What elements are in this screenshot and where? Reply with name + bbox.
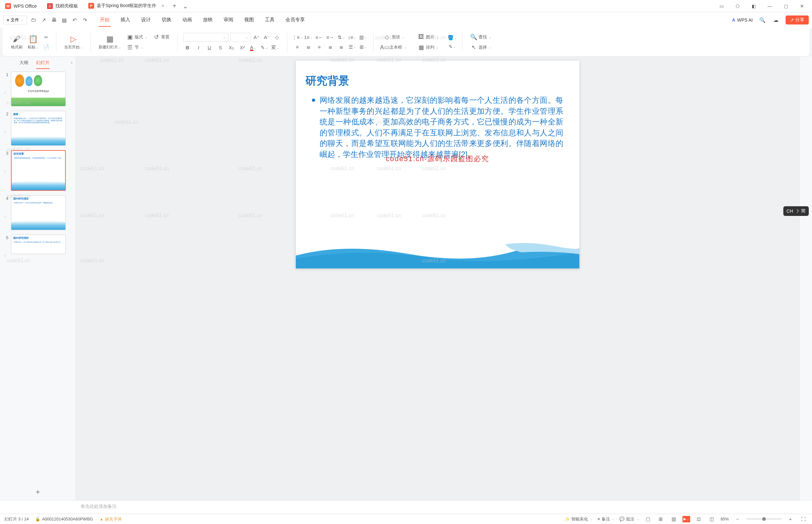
align-justify-icon[interactable]: ≣ [326, 43, 334, 51]
thumbnail-4[interactable]: 国内研究现状 在现代社会中，学生作业管理已经成为一项重要的任务... [11, 195, 66, 230]
align-center-icon[interactable]: ≣ [304, 43, 313, 51]
zoom-slider[interactable] [746, 519, 782, 520]
align-left-icon[interactable]: ≡ [293, 43, 302, 51]
normal-view-icon[interactable]: ▢ [644, 515, 652, 523]
tab-insert[interactable]: 插入 [119, 14, 131, 27]
ime-indicator[interactable]: CH ☽ 简 [783, 206, 809, 216]
qa-print-icon[interactable]: 🖶 [50, 16, 58, 24]
underline-icon[interactable]: U [205, 44, 214, 52]
comments-toggle[interactable]: 💬 批注⌄ [619, 516, 639, 522]
find-button[interactable]: 🔍 查找⌄ [468, 33, 493, 42]
smartart-icon[interactable]: ⊞⌄ [359, 43, 367, 51]
superscript-icon[interactable]: X² [238, 44, 247, 52]
cut-icon[interactable]: ✂ [42, 33, 50, 41]
qa-redo-icon[interactable]: ↷ [81, 16, 89, 24]
star-icon[interactable]: ☆ [3, 169, 8, 174]
italic-icon[interactable]: I [194, 44, 203, 52]
zoom-in-icon[interactable]: + [786, 515, 795, 523]
columns-icon[interactable]: ▥⌄ [359, 33, 367, 41]
slides-tab[interactable]: 幻灯片 [36, 60, 50, 69]
picture-button[interactable]: 🖼 图片⌄ [416, 33, 441, 42]
tab-tools[interactable]: 工具 [264, 14, 276, 27]
clear-format-icon[interactable]: ◇ [273, 33, 281, 41]
thumbnails-list[interactable]: 1 ☆ 学生作业管理系统ppt 指导老师： 2 ☆ 摘要 [0, 69, 76, 484]
increase-indent-icon[interactable]: ≡→ [326, 33, 334, 41]
qa-open-icon[interactable]: 🗀 [30, 16, 37, 24]
grid-view-icon[interactable]: ⊡ [695, 515, 703, 523]
slide-title[interactable]: 研究背景 [296, 61, 579, 95]
file-menu-button[interactable]: ≡ 文件 ⌄ [3, 15, 27, 24]
notes-toggle[interactable]: ≡ 备注⌄ [597, 516, 615, 522]
qa-export-icon[interactable]: ↗ [40, 16, 48, 24]
smart-beautify-button[interactable]: ✨ 智能美化⌄ [565, 516, 593, 522]
wps-ai-button[interactable]: A WPS AI [732, 17, 753, 22]
fill-color-icon[interactable]: 🪣⌄ [448, 34, 456, 42]
tab-start[interactable]: 开始 [99, 14, 111, 27]
cloud-icon[interactable]: ☁ [772, 16, 780, 24]
collapse-panel-icon[interactable]: ‹ [71, 60, 72, 65]
tab-animation[interactable]: 动画 [181, 14, 193, 27]
section-button[interactable]: ☰ 节⌄ [125, 43, 150, 52]
arrange-button[interactable]: ▦ 排列⌄ [416, 43, 441, 52]
fit-window-icon[interactable]: ⛶ [799, 515, 808, 523]
tab-dropdown-button[interactable]: ⌄ [180, 2, 192, 10]
slide-body[interactable]: 网络发展的越来越迅速，它深刻的影响着每一个人生活的各个方面。每一种新型事务的兴起… [296, 95, 579, 160]
line-spacing-icon[interactable]: ↕≡⌄ [348, 33, 357, 41]
align-right-icon[interactable]: ≡ [315, 43, 324, 51]
highlight-icon[interactable]: ✎⌄ [260, 44, 268, 52]
thumb-row[interactable]: 2 ☆ 摘要： 快速发展的社会中，人们的生活水平都在提高，生活节奏也在逐渐加快。… [3, 111, 72, 146]
search-icon[interactable]: 🔍 [759, 16, 766, 24]
share-button[interactable]: ↗ 分享 [785, 15, 809, 24]
format-painter-button[interactable]: 🖌 格式刷 [9, 33, 24, 51]
thumbnail-3[interactable]: 研究背景 网络发展的越来越迅速，它深刻的影响着每一个人生活的各个方面... [11, 150, 66, 191]
qa-undo-icon[interactable]: ↶ [71, 16, 79, 24]
layout-button[interactable]: ▣ 版式⌄ [125, 33, 150, 42]
tab-transition[interactable]: 切换 [161, 14, 173, 27]
star-icon[interactable]: ☆ [3, 91, 8, 95]
thumb-row[interactable]: 4 ☆ 国内研究现状 在现代社会中，学生作业管理已经成为一项重要的任务... [3, 195, 72, 230]
thumb-row[interactable]: 1 ☆ 学生作业管理系统ppt 指导老师： [3, 71, 72, 107]
decrease-font-icon[interactable]: A⁻ [263, 33, 271, 41]
valign-icon[interactable]: ☰⌄ [348, 43, 357, 51]
tab-slideshow[interactable]: 放映 [202, 14, 214, 27]
decrease-indent-icon[interactable]: ≡← [315, 33, 324, 41]
minimize-button[interactable]: — [762, 1, 777, 11]
slide-canvas[interactable]: 研究背景 网络发展的越来越迅速，它深刻的影响着每一个人生活的各个方面。每一种新型… [76, 57, 799, 500]
app-tab-daoke[interactable]: D 找稻壳模板 [42, 0, 83, 12]
current-slide[interactable]: 研究背景 网络发展的越来越迅速，它深刻的影响着每一个人生活的各个方面。每一种新型… [296, 61, 579, 268]
numbering-icon[interactable]: 1≡⌄ [304, 33, 313, 41]
increase-font-icon[interactable]: A⁺ [252, 33, 261, 41]
win-icon-2[interactable]: ⬡ [730, 1, 745, 11]
reading-view-icon[interactable]: ▥ [669, 515, 678, 523]
subscript-icon[interactable]: X₂ [227, 44, 235, 52]
tab-review[interactable]: 审阅 [222, 14, 235, 27]
star-icon[interactable]: ☆ [3, 130, 8, 134]
sorter-view-icon[interactable]: ⊞ [657, 515, 665, 523]
from-current-button[interactable]: ▷ 当页开始⌄ [62, 33, 85, 51]
shape-button[interactable]: ◇ 形状⌄ [382, 33, 407, 42]
star-icon[interactable]: ☆ [3, 253, 8, 258]
fit-view-icon[interactable]: ◫ [708, 515, 716, 523]
thumb-row[interactable]: 5 ☆ 国外研究现状 在现代社会，由于很多的作业都是先进...对于很多人的工作和… [3, 234, 72, 258]
char-spacing-icon[interactable]: 変⌄ [271, 44, 279, 52]
notes-area[interactable]: 单击此处添加备注 [0, 500, 812, 514]
tab-view[interactable]: 视图 [243, 14, 255, 27]
textbox-button[interactable]: A▭ 文本框⌄ [379, 43, 409, 52]
font-warning[interactable]: ▲ 缺失字体 [99, 516, 122, 522]
font-size-select[interactable]: ⌄ [230, 33, 250, 42]
outline-color-icon[interactable]: ✎⌄ [448, 43, 456, 51]
bullets-icon[interactable]: ⋮≡⌄ [293, 33, 302, 41]
paste-button[interactable]: 📋 粘贴⌄ [26, 33, 40, 51]
add-slide-button[interactable]: + [0, 484, 76, 500]
thumb-row[interactable]: 3 ☆ 研究背景 网络发展的越来越迅速，它深刻的影响着每一个人生活的各个方面..… [3, 150, 72, 191]
add-tab-button[interactable]: + [169, 2, 180, 10]
reset-button[interactable]: ↺ 重置 [151, 33, 171, 42]
bullet-text[interactable]: 网络发展的越来越迅速，它深刻的影响着每一个人生活的各个方面。每一种新型事务的兴起… [320, 95, 563, 160]
new-slide-button[interactable]: ▦ 新建幻灯片⌄ [97, 33, 123, 51]
text-direction-icon[interactable]: ⇅⌄ [337, 33, 345, 41]
select-button[interactable]: ↖ 选择⌄ [468, 43, 493, 52]
qa-preview-icon[interactable]: ▤ [61, 16, 68, 24]
close-tab-icon[interactable]: × [162, 3, 164, 9]
doc-id-label[interactable]: 🔒 A000120140530A60PWBG [35, 517, 93, 521]
font-color-icon[interactable]: A⌄ [249, 44, 258, 52]
